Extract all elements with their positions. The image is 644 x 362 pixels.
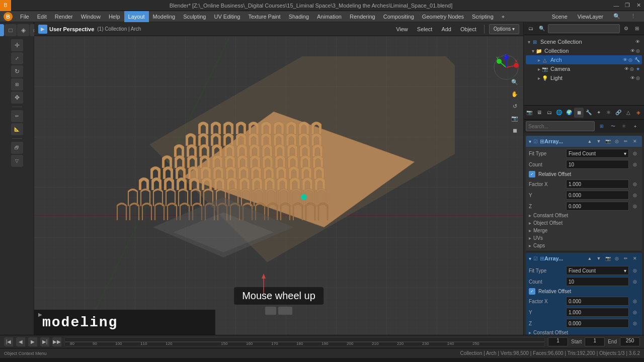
menu-shading[interactable]: Shading: [285, 11, 313, 22]
menu-layout[interactable]: Layout: [124, 11, 149, 22]
scene-search-input[interactable]: [548, 24, 620, 33]
zoom-in-btn[interactable]: 🔍: [509, 76, 520, 87]
prop-view-icon[interactable]: 🗂: [544, 108, 554, 118]
prop-modifier-icon[interactable]: 🔧: [584, 108, 594, 118]
light-render-icon[interactable]: ◎: [636, 75, 640, 80]
mod1-constant-offset-row[interactable]: ▸ Constant Offset: [526, 212, 642, 219]
tl-skip-start-btn[interactable]: |◀: [4, 337, 13, 346]
viewport-camera-icon[interactable]: ▶: [38, 25, 47, 34]
mod2-fittype-select[interactable]: Fixed Count ▾: [566, 266, 629, 275]
timeline-bar[interactable]: 80 90 100 110 120 150 160 170 180 190 20…: [64, 337, 545, 346]
menu-compositing[interactable]: Compositing: [379, 11, 418, 22]
menu-modeling[interactable]: Modeling: [149, 11, 180, 22]
mod2-down-btn[interactable]: ▼: [595, 254, 603, 262]
mod2-render-btn[interactable]: ◎: [613, 254, 621, 262]
prop-object-icon[interactable]: ◼: [574, 108, 584, 118]
menu-window[interactable]: Window: [77, 11, 105, 22]
close-button[interactable]: ✕: [633, 0, 644, 11]
modifier-search-input[interactable]: [526, 121, 595, 131]
menu-scripting[interactable]: Scripting: [468, 11, 498, 22]
viewport-canvas[interactable]: X Y Z 🔍 ✋ ↺ 📷 ◼ Mouse wheel up: [34, 36, 523, 335]
tree-scene-collection[interactable]: ▾ ⊞ Scene Collection 👁: [526, 37, 642, 46]
context-menu-label[interactable]: Object Context Menu: [4, 350, 456, 356]
tree-arch[interactable]: ▸ △ Arch 👁 ◎ 🔧: [526, 55, 642, 64]
rotate-view-btn[interactable]: ↺: [509, 101, 520, 112]
mod1-camera-btn[interactable]: 📷: [604, 137, 612, 145]
tree-collection[interactable]: ▾ 📁 Collection 👁 ◎: [526, 46, 642, 55]
mod1-relative-offset-row[interactable]: ✓ Relative Offset: [526, 170, 642, 178]
menu-rendering[interactable]: Rendering: [346, 11, 379, 22]
scene-tree-icon[interactable]: 🗂: [526, 24, 536, 34]
scene-filter2-btn[interactable]: ⊞: [632, 24, 642, 34]
mod1-uvs-row[interactable]: ▸ UVs: [526, 234, 642, 242]
mod1-render-btn[interactable]: ◎: [613, 137, 621, 145]
solid-mode-btn[interactable]: ■: [0, 24, 4, 36]
mod1-checkbox[interactable]: ☑: [533, 139, 538, 144]
prop-physics-icon[interactable]: ⚛: [604, 108, 613, 118]
camera-view-btn[interactable]: 📷: [509, 113, 520, 124]
mod1-factory-value[interactable]: 0.000: [566, 191, 629, 200]
add-obj-tool[interactable]: ▽: [11, 155, 23, 167]
array-modifier-1-header[interactable]: ▾ ☑ ⊞ Array... ▲ ▼ 📷 ◎ ✏ ✕: [526, 136, 642, 147]
minimize-button[interactable]: —: [611, 0, 622, 11]
mod1-edit-btn[interactable]: ✏: [622, 137, 630, 145]
arch-render-icon[interactable]: ◎: [628, 57, 632, 62]
viewport-3d[interactable]: ▶ User Perspective (1) Collection | Arch…: [34, 22, 523, 335]
measure-tool[interactable]: 📐: [11, 123, 23, 135]
mod2-edit-btn[interactable]: ✏: [622, 254, 630, 262]
transform-tool[interactable]: ✥: [11, 92, 23, 104]
prop-particles-icon[interactable]: ✦: [594, 108, 604, 118]
material-mode-btn[interactable]: ◈: [17, 24, 29, 36]
viewport-shade-btn[interactable]: ◼: [509, 125, 520, 136]
visibility-icon[interactable]: 👁: [635, 39, 640, 44]
end-frame-input[interactable]: 250: [620, 337, 640, 346]
prop-material-icon[interactable]: ◈: [633, 108, 643, 118]
mod1-count-value[interactable]: 10: [566, 160, 629, 169]
mod1-factorx-value[interactable]: 1.000: [566, 179, 629, 189]
collection-visibility-icon[interactable]: 👁: [630, 48, 635, 53]
mod1-object-offset-row[interactable]: ▸ Object Offset: [526, 219, 642, 227]
mod2-factory-value[interactable]: 1.000: [566, 308, 629, 317]
menu-texture-paint[interactable]: Texture Paint: [244, 11, 284, 22]
mod2-checkbox[interactable]: ☑: [533, 256, 538, 261]
maximize-button[interactable]: ❐: [622, 0, 633, 11]
add-cube-tool[interactable]: 🗗: [11, 142, 23, 154]
camera-render-icon[interactable]: ◎: [630, 66, 634, 71]
mod1-caps-row[interactable]: ▸ Caps: [526, 242, 642, 249]
menu-uv-editing[interactable]: UV Editing: [210, 11, 244, 22]
mod2-factorx-reset[interactable]: ◎: [631, 297, 639, 305]
mod2-up-btn[interactable]: ▲: [586, 254, 594, 262]
mod2-factorz-value[interactable]: 0.000: [566, 319, 629, 328]
options-button[interactable]: Options ▾: [489, 24, 519, 34]
mod2-constant-offset-row[interactable]: ▸ Constant Offset: [526, 329, 642, 335]
mod1-fittype-select[interactable]: Fixed Count ▾: [566, 149, 629, 158]
mod2-count-value[interactable]: 10: [566, 277, 629, 286]
overlay-btn[interactable]: ⋮: [626, 11, 640, 22]
search-btn[interactable]: 🔍: [609, 11, 624, 22]
scene-settings-btn[interactable]: ⚙: [621, 24, 631, 34]
start-frame-input[interactable]: 1: [585, 337, 605, 346]
rotate-tool[interactable]: ↻: [11, 65, 23, 77]
vp-menu-object[interactable]: Object: [457, 22, 479, 36]
mod1-fittype-reset[interactable]: ◎: [631, 149, 639, 157]
mod2-factory-reset[interactable]: ◎: [631, 308, 639, 316]
mod2-factorx-value[interactable]: 0.000: [566, 297, 629, 306]
menu-sculpting[interactable]: Sculpting: [179, 11, 210, 22]
tl-prev-frame-btn[interactable]: ◀: [16, 337, 25, 346]
mod1-count-reset[interactable]: ◎: [631, 160, 639, 168]
tl-play-btn[interactable]: ▶: [28, 337, 37, 346]
tl-skip-end-btn[interactable]: ▶▶: [52, 337, 61, 346]
add-modifier-btn[interactable]: ＋: [630, 121, 640, 131]
scene-selector[interactable]: Scene: [548, 11, 572, 22]
current-frame-input[interactable]: 1: [548, 337, 568, 346]
mod1-relative-offset-checkbox[interactable]: ✓: [529, 171, 535, 177]
tl-next-frame-btn[interactable]: ▶|: [40, 337, 49, 346]
menu-animation[interactable]: Animation: [313, 11, 346, 22]
vp-menu-view[interactable]: View: [393, 22, 411, 36]
mod-deform-icon[interactable]: 〜: [608, 121, 618, 131]
prop-data-icon[interactable]: △: [624, 108, 633, 118]
move-tool[interactable]: ⤢: [11, 52, 23, 64]
mod2-count-reset[interactable]: ◎: [631, 278, 639, 286]
menu-add-workspace[interactable]: +: [498, 11, 509, 22]
menu-geometry-nodes[interactable]: Geometry Nodes: [418, 11, 468, 22]
